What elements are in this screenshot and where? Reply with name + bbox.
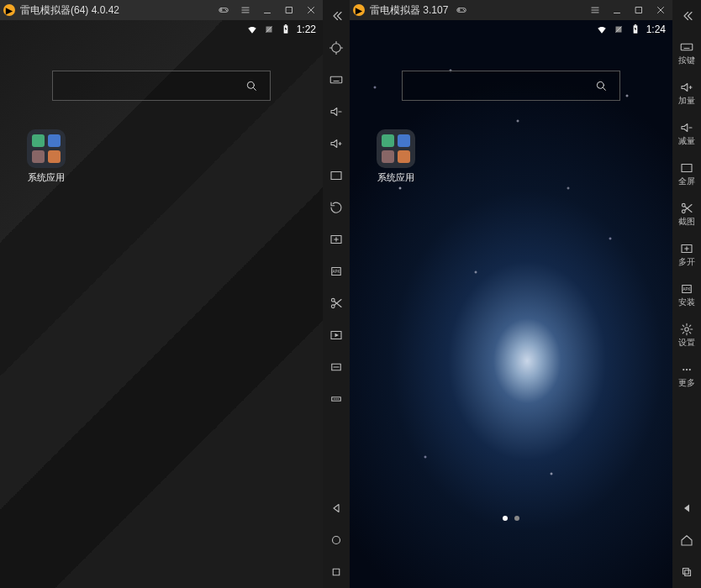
settings-dial-icon[interactable] <box>323 32 350 64</box>
volume-up-icon[interactable] <box>323 128 350 160</box>
svg-text:APK: APK <box>683 287 690 291</box>
settings-button[interactable]: 设置 <box>672 314 701 354</box>
wifi-icon <box>246 24 258 35</box>
system-apps-folder[interactable]: 系统应用 <box>24 129 69 184</box>
volume-down-button[interactable]: 减量 <box>672 113 701 153</box>
app-logo-icon: ▶ <box>353 4 365 16</box>
collapse-icon[interactable] <box>323 0 350 32</box>
svg-point-79 <box>683 369 684 370</box>
svg-rect-60 <box>634 24 635 25</box>
menu-icon[interactable] <box>587 2 603 18</box>
fullscreen-button[interactable]: 全屏 <box>672 153 701 193</box>
svg-point-78 <box>685 328 689 332</box>
svg-text:APK: APK <box>332 270 340 274</box>
svg-rect-55 <box>636 8 642 13</box>
scissors-icon[interactable] <box>323 287 350 319</box>
overlay-icon[interactable] <box>323 351 350 383</box>
svg-point-61 <box>597 81 603 88</box>
svg-rect-83 <box>685 570 691 576</box>
play-record-icon[interactable] <box>323 319 350 351</box>
svg-point-80 <box>686 369 688 370</box>
svg-rect-14 <box>284 24 286 25</box>
svg-rect-27 <box>331 172 341 180</box>
svg-point-42 <box>335 398 337 400</box>
collapse-icon[interactable] <box>672 0 701 32</box>
toolbar-right: 按键 加量 减量 全屏 截图 多开 APK 安装 设置 更多 <box>672 0 701 588</box>
add-window-icon[interactable] <box>323 223 350 255</box>
keyboard-icon[interactable] <box>323 64 350 96</box>
keymap-button[interactable]: 按键 <box>672 32 701 72</box>
more-button[interactable]: 更多 <box>672 354 701 395</box>
minimize-icon[interactable] <box>609 2 625 18</box>
close-icon[interactable] <box>303 2 319 18</box>
page-indicator <box>503 516 519 521</box>
search-icon <box>245 79 258 92</box>
titlebar: ▶ 雷电模拟器 3.107 <box>350 0 672 20</box>
back-icon[interactable] <box>323 492 350 524</box>
system-apps-folder[interactable]: 系统应用 <box>373 129 419 184</box>
svg-line-16 <box>254 88 256 91</box>
svg-point-43 <box>338 398 340 400</box>
screenshot-button[interactable]: 截图 <box>672 193 701 234</box>
search-input[interactable] <box>52 71 271 101</box>
emulator-v4: ▶ 雷电模拟器(64) 4.0.42 1:22 系统应用 <box>0 0 323 588</box>
app-logo-icon: ▶ <box>3 4 15 16</box>
svg-point-49 <box>463 9 464 10</box>
svg-point-50 <box>464 10 465 11</box>
more-icon[interactable] <box>323 383 350 415</box>
battery-charging-icon <box>280 24 292 35</box>
search-icon <box>594 79 608 92</box>
window-title: 雷电模拟器 3.107 <box>370 3 448 18</box>
search-input[interactable] <box>402 71 620 101</box>
apk-install-icon[interactable]: APK <box>323 255 350 287</box>
svg-line-62 <box>603 88 606 91</box>
recents-icon[interactable] <box>323 556 350 588</box>
volume-up-button[interactable]: 加量 <box>672 72 701 113</box>
no-data-icon <box>263 24 275 35</box>
titlebar: ▶ 雷电模拟器(64) 4.0.42 <box>0 0 323 20</box>
android-screen[interactable]: 1:22 系统应用 <box>0 20 323 588</box>
minimize-icon[interactable] <box>259 2 276 18</box>
page-dot <box>514 516 519 521</box>
window-title: 雷电模拟器(64) 4.0.42 <box>20 3 119 18</box>
battery-charging-icon <box>630 24 641 35</box>
gamepad-icon[interactable] <box>215 2 232 18</box>
page-dot <box>503 516 508 521</box>
emulator-v3: ▶ 雷电模拟器 3.107 1:24 系统应用 <box>350 0 672 588</box>
svg-rect-22 <box>330 76 342 83</box>
android-screen[interactable]: 1:24 系统应用 <box>350 20 672 588</box>
svg-point-41 <box>334 398 335 400</box>
volume-down-icon[interactable] <box>323 96 350 128</box>
home-icon[interactable] <box>672 524 701 556</box>
svg-rect-68 <box>682 165 692 172</box>
maximize-icon[interactable] <box>630 2 647 18</box>
status-bar: 1:24 <box>596 20 666 39</box>
toolbar-left: APK <box>323 0 350 588</box>
svg-point-81 <box>689 369 691 370</box>
svg-point-17 <box>332 44 341 53</box>
recents-icon[interactable] <box>672 556 701 588</box>
fullscreen-icon[interactable] <box>323 160 350 192</box>
svg-point-15 <box>247 81 254 88</box>
home-icon[interactable] <box>323 524 350 556</box>
svg-rect-82 <box>683 569 689 575</box>
svg-point-4 <box>226 10 227 11</box>
svg-rect-45 <box>333 569 340 575</box>
back-icon[interactable] <box>672 492 701 524</box>
multi-instance-button[interactable]: 多开 <box>672 234 701 274</box>
wifi-icon <box>596 24 608 35</box>
folder-icon <box>27 129 66 168</box>
svg-point-3 <box>225 9 226 10</box>
status-bar: 1:22 <box>246 20 316 39</box>
svg-rect-63 <box>681 44 693 50</box>
rotate-icon[interactable] <box>323 192 350 223</box>
svg-point-44 <box>333 537 340 544</box>
gamepad-icon[interactable] <box>453 2 470 18</box>
status-time: 1:22 <box>297 24 316 35</box>
folder-icon <box>377 129 415 168</box>
close-icon[interactable] <box>652 2 669 18</box>
maximize-icon[interactable] <box>281 2 298 18</box>
install-apk-button[interactable]: APK 安装 <box>672 274 701 314</box>
menu-icon[interactable] <box>237 2 254 18</box>
no-data-icon <box>613 24 625 35</box>
